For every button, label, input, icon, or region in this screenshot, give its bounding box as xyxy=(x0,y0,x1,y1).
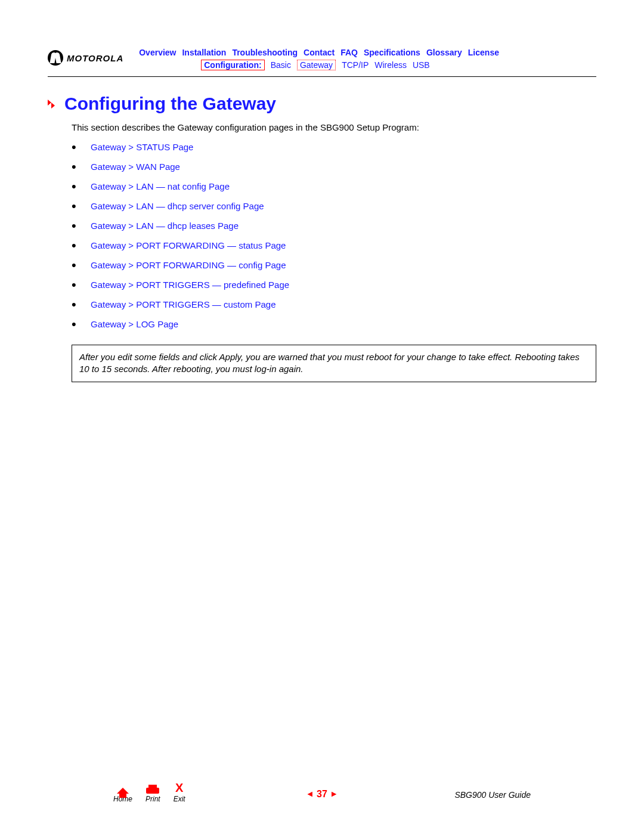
link-gateway-lan-dhcp-server[interactable]: Gateway > LAN — dhcp server config Page xyxy=(72,201,596,211)
page-number: 37 xyxy=(317,789,327,799)
nav-gateway-current[interactable]: Gateway xyxy=(297,60,336,70)
footer: Home Print X Exit ◄ 37 ► SBG900 User Gui… xyxy=(48,779,596,803)
link-gateway-log[interactable]: Gateway > LOG Page xyxy=(72,319,596,329)
header: MOTOROLA Overview Installation Troublesh… xyxy=(48,48,596,70)
nav-basic[interactable]: Basic xyxy=(271,60,291,70)
nav-primary-row: Overview Installation Troubleshooting Co… xyxy=(135,48,596,57)
gateway-page-list: Gateway > STATUS Page Gateway > WAN Page… xyxy=(72,142,596,329)
nav-secondary-row: Configuration: Basic Gateway TCP/IP Wire… xyxy=(135,60,596,70)
link-gateway-portfwd-status[interactable]: Gateway > PORT FORWARDING — status Page xyxy=(72,240,596,250)
nav-tcpip[interactable]: TCP/IP xyxy=(342,60,369,70)
brand-name: MOTOROLA xyxy=(67,53,123,63)
reboot-note-box: After you edit some fields and click App… xyxy=(72,345,596,382)
nav-usb[interactable]: USB xyxy=(413,60,430,70)
prev-page-button[interactable]: ◄ xyxy=(306,789,314,798)
nav-license[interactable]: License xyxy=(468,48,499,57)
nav-wireless[interactable]: Wireless xyxy=(374,60,407,70)
nav-troubleshooting[interactable]: Troubleshooting xyxy=(232,48,298,57)
link-gateway-porttrig-custom[interactable]: Gateway > PORT TRIGGERS — custom Page xyxy=(72,299,596,309)
svg-marker-0 xyxy=(48,100,51,106)
header-divider xyxy=(48,76,596,77)
brand-logo: MOTOROLA xyxy=(48,50,123,66)
motorola-batwing-icon xyxy=(48,50,63,66)
page-title: Configuring the Gateway xyxy=(64,94,276,114)
nav-configuration-label[interactable]: Configuration: xyxy=(201,60,264,70)
title-row: Configuring the Gateway xyxy=(48,94,596,114)
link-gateway-wan[interactable]: Gateway > WAN Page xyxy=(72,162,596,172)
intro-paragraph: This section describes the Gateway confi… xyxy=(72,122,596,132)
next-page-button[interactable]: ► xyxy=(330,789,338,798)
nav-overview[interactable]: Overview xyxy=(139,48,176,57)
link-gateway-lan-dhcp-leases[interactable]: Gateway > LAN — dhcp leases Page xyxy=(72,221,596,231)
link-gateway-status[interactable]: Gateway > STATUS Page xyxy=(72,142,596,152)
link-gateway-portfwd-config[interactable]: Gateway > PORT FORWARDING — config Page xyxy=(72,260,596,270)
link-gateway-porttrig-predefined[interactable]: Gateway > PORT TRIGGERS — predefined Pag… xyxy=(72,280,596,290)
nav-specifications[interactable]: Specifications xyxy=(364,48,420,57)
nav-faq[interactable]: FAQ xyxy=(340,48,358,57)
guide-title: SBG900 User Guide xyxy=(454,790,531,800)
svg-marker-1 xyxy=(51,103,55,109)
top-nav: Overview Installation Troubleshooting Co… xyxy=(135,48,596,70)
document-page: MOTOROLA Overview Installation Troublesh… xyxy=(0,0,644,833)
link-gateway-lan-nat[interactable]: Gateway > LAN — nat config Page xyxy=(72,181,596,191)
nav-contact[interactable]: Contact xyxy=(304,48,335,57)
section-marker-icon xyxy=(48,100,58,112)
nav-glossary[interactable]: Glossary xyxy=(426,48,462,57)
nav-installation[interactable]: Installation xyxy=(182,48,226,57)
